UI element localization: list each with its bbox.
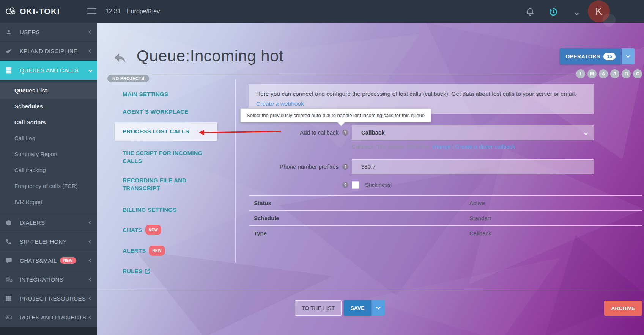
footer-divider (97, 290, 644, 290)
sidebar-item-label: SIP-TELEPHONY (20, 238, 67, 245)
sidebar-item-dialers[interactable]: DIALERS (0, 213, 97, 232)
brand-logo[interactable]: OKI-TOKI (5, 0, 60, 23)
sidebar-item-label: CHATS&MAIL (20, 257, 57, 264)
sidebar-item-label: PROJECT RESOURCES (20, 295, 86, 302)
row-label: Schedule (254, 215, 279, 221)
status-circle[interactable]: П (622, 69, 631, 78)
operators-button[interactable]: OPERATORS 15 (560, 48, 635, 64)
create-dialer-callback-link[interactable]: Create a dialer-callback (455, 143, 515, 150)
table-row: Schedule Standart (249, 210, 642, 225)
help-icon[interactable]: ? (342, 164, 348, 170)
sidebar-subitem-call-scripts[interactable]: Call Scripts (0, 114, 97, 130)
callback-select[interactable]: Callback (352, 125, 594, 140)
back-button[interactable] (113, 52, 128, 65)
chevron-left-icon (89, 240, 93, 244)
sidebar-item-label: ROLES AND PROJECTS (20, 314, 86, 321)
toggle-icon (5, 314, 15, 321)
callback-helper: Callback, The queue: ОкиТоки. change | C… (352, 143, 515, 150)
topbar-timezone[interactable]: Europe/Kiev (127, 0, 160, 23)
topbar-time: 12:31 (105, 0, 121, 23)
status-circle[interactable]: I (576, 69, 585, 78)
sidebar-item-users[interactable]: USERS (0, 23, 97, 42)
new-badge: NEW (149, 246, 165, 256)
list-icon (5, 66, 15, 74)
sidebar-item-label: KPI AND DISCIPLINE (20, 48, 77, 54)
menu-toggle-icon[interactable] (87, 8, 96, 15)
notifications-bell-icon[interactable] (525, 7, 535, 17)
new-badge: NEW (145, 225, 162, 235)
chevron-down-icon (89, 68, 93, 72)
chevron-left-icon (89, 316, 93, 319)
user-icon (5, 28, 15, 36)
sidebar-item-chats-mail[interactable]: CHATS&MAIL NEW (0, 251, 97, 270)
tab-recording-transcript[interactable]: RECORDING FILE AND TRANSCRIPT (115, 176, 217, 192)
sidebar-item-sip-telephony[interactable]: SIP-TELEPHONY (0, 232, 97, 251)
archive-button[interactable]: ARCHIVE (604, 301, 642, 316)
status-circle[interactable]: З (610, 69, 619, 78)
help-icon[interactable]: ? (342, 182, 348, 188)
chevron-left-icon (89, 30, 93, 34)
queues-submenu: Queues List Schedules Call Scripts Call … (0, 80, 97, 213)
sidebar-subitem-ivr-report[interactable]: IVR Report (0, 194, 97, 210)
no-projects-badge: NO PROJECTS (107, 75, 149, 82)
chevron-left-icon (89, 221, 93, 225)
tooltip: Select the previously created auto-dial … (240, 108, 431, 122)
sidebar-item-kpi[interactable]: KPI AND DISCIPLINE (0, 42, 97, 61)
sidebar-subitem-call-tracking[interactable]: Call tracking (0, 162, 97, 178)
tab-agents-workplace[interactable]: AGENT`S WORKPLACE (115, 108, 217, 116)
sidebar-subitem-queues-list[interactable]: Queues List (0, 83, 97, 99)
tab-alerts[interactable]: ALERTSNEW (115, 246, 217, 256)
status-circle[interactable]: C (633, 69, 642, 78)
new-badge: NEW (60, 257, 76, 264)
sidebar-subitem-summary-report[interactable]: Summary Report (0, 146, 97, 162)
tab-main-settings[interactable]: MAIN SETTINGS (115, 90, 217, 98)
sidebar: USERS KPI AND DISCIPLINE QUEUES AND CALL… (0, 23, 97, 335)
status-circle[interactable]: A (599, 69, 608, 78)
phone-prefixes-input[interactable]: 380,7 (352, 159, 594, 174)
stickiness-checkbox[interactable] (352, 181, 359, 189)
save-dropdown-button[interactable] (372, 300, 385, 316)
help-icon[interactable]: ? (342, 130, 348, 136)
change-link[interactable]: change (432, 143, 451, 150)
tab-rules[interactable]: RULES (115, 267, 217, 276)
helper-text: Callback, The queue: ОкиТоки. (352, 143, 432, 150)
avatar-glow (603, 14, 616, 27)
table-row: Type Callback (249, 225, 642, 241)
account-chevron-down-icon[interactable] (575, 9, 578, 16)
to-the-list-button[interactable]: TO THE LIST (295, 300, 342, 316)
sidebar-subitem-call-log[interactable]: Call Log (0, 130, 97, 146)
sidebar-item-label: USERS (20, 29, 40, 35)
operators-dropdown-button[interactable] (622, 48, 635, 64)
sidebar-subitem-schedules[interactable]: Schedules (0, 99, 97, 114)
sidebar-item-queues-and-calls[interactable]: QUEUES AND CALLS (0, 61, 97, 80)
chevron-left-icon (89, 259, 93, 263)
row-label: Type (254, 230, 267, 236)
operators-button-main[interactable]: OPERATORS 15 (560, 48, 621, 64)
chat-icon (5, 257, 15, 265)
clock-icon (5, 219, 15, 227)
tab-billing-settings[interactable]: BILLING SETTINGS (115, 206, 217, 214)
row-value: Callback (469, 230, 491, 236)
row-label: Status (254, 200, 271, 206)
history-icon[interactable] (548, 7, 558, 17)
row-value: Standart (469, 215, 491, 221)
operators-count-badge: 15 (603, 53, 615, 60)
chevron-left-icon (89, 278, 93, 282)
create-webhook-link[interactable]: Create a webhook (256, 100, 304, 107)
tab-script-incoming-calls[interactable]: THE SCRIPT FOR INCOMING CALLS (115, 149, 217, 165)
stickiness-label: Stickiness (365, 182, 391, 188)
save-button[interactable]: SAVE (344, 300, 371, 316)
sidebar-item-integrations[interactable]: ⚙⚙ INTEGRATIONS (0, 270, 97, 289)
topbar: OKI-TOKI 12:31 Europe/Kiev K (0, 0, 644, 23)
sidebar-item-label: QUEUES AND CALLS (20, 67, 79, 74)
page-title: Queue:Incoming hot (137, 47, 283, 65)
status-circle[interactable]: M (587, 69, 597, 78)
tab-chats[interactable]: CHATSNEW (115, 225, 217, 235)
sidebar-item-project-resources[interactable]: PROJECT RESOURCES (0, 289, 97, 308)
sidebar-item-roles-projects[interactable]: ROLES AND PROJECTS (0, 308, 97, 327)
info-text: Here you can connect and configure the p… (256, 91, 576, 97)
gears-icon: ⚙⚙ (5, 276, 15, 283)
sidebar-subitem-fcr[interactable]: Frequency of calls (FCR) (0, 178, 97, 194)
phone-prefixes-label: Phone number prefixes (235, 159, 339, 174)
cloud-logo-icon (5, 6, 16, 16)
